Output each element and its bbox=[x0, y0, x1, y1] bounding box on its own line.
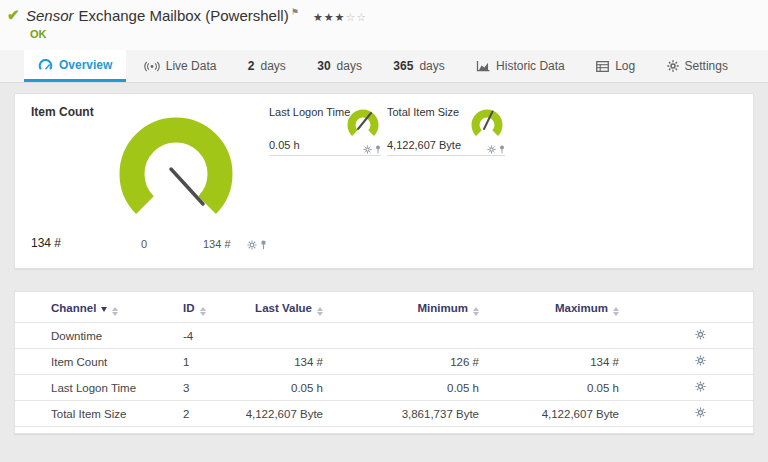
gauge-settings-gear-icon[interactable] bbox=[487, 145, 496, 154]
channel-name: Downtime bbox=[15, 323, 175, 349]
tab-bar: Overview Live Data 2 days 30 days 365 da… bbox=[0, 50, 768, 83]
channel-settings-gear-icon[interactable] bbox=[695, 407, 706, 418]
small-gauge-value: 4,122,607 Byte bbox=[387, 139, 461, 151]
channel-minimum: 126 # bbox=[327, 349, 483, 375]
column-header-id[interactable]: ID bbox=[175, 296, 240, 323]
tab-label: Log bbox=[615, 59, 635, 73]
tab-label: Historic Data bbox=[496, 59, 565, 73]
gauge-icon bbox=[38, 59, 53, 71]
channel-minimum: 0.05 h bbox=[327, 375, 483, 401]
tab-365-days[interactable]: 365 days bbox=[379, 50, 458, 82]
item-count-gauge bbox=[110, 106, 245, 236]
sort-icon bbox=[200, 307, 206, 316]
gauges-panel: Item Count 134 # 0 134 # Last Logon Time… bbox=[14, 93, 754, 269]
main-gauge-scale-min: 0 bbox=[141, 238, 147, 250]
tab-overview[interactable]: Overview bbox=[24, 50, 126, 82]
channel-minimum bbox=[327, 323, 483, 349]
tab-label: days bbox=[419, 59, 444, 73]
small-gauge-value: 0.05 h bbox=[269, 139, 300, 151]
tab-30-days[interactable]: 30 days bbox=[303, 50, 376, 82]
tab-historic-data[interactable]: Historic Data bbox=[462, 50, 579, 82]
stars-filled: ★★★ bbox=[313, 11, 346, 23]
main-gauge-value: 134 # bbox=[31, 236, 61, 250]
main-gauge-title: Item Count bbox=[31, 105, 94, 119]
tab-2-days[interactable]: 2 days bbox=[234, 50, 300, 82]
channel-name: Last Logon Time bbox=[15, 375, 175, 401]
channel-settings-gear-icon[interactable] bbox=[695, 381, 706, 392]
last-logon-time-gauge bbox=[345, 107, 381, 143]
total-item-size-gauge bbox=[469, 107, 505, 143]
table-header-row: Channel ID Last Value Minimum Maximum bbox=[15, 296, 753, 323]
table-row[interactable]: Total Item Size 2 4,122,607 Byte 3,861,7… bbox=[15, 401, 753, 427]
channel-maximum: 0.05 h bbox=[483, 375, 623, 401]
sort-icon bbox=[473, 307, 479, 316]
flag-icon[interactable]: ⚑ bbox=[291, 7, 299, 17]
column-header-minimum[interactable]: Minimum bbox=[327, 296, 483, 323]
small-gauge-last-logon-time: Last Logon Time 0.05 h bbox=[269, 106, 381, 156]
page-title: SensorExchange Mailbox (Powershell)⚑ ★★★… bbox=[26, 7, 758, 24]
channel-id: 1 bbox=[175, 349, 240, 375]
channel-settings-gear-icon[interactable] bbox=[695, 329, 706, 340]
channel-last-value: 134 # bbox=[240, 349, 327, 375]
gauge-pin-icon[interactable] bbox=[499, 145, 505, 154]
channel-name: Item Count bbox=[15, 349, 175, 375]
status-ok-check-icon: ✔ bbox=[7, 6, 20, 24]
table-row[interactable]: Downtime -4 bbox=[15, 323, 753, 349]
channel-name: Total Item Size bbox=[15, 401, 175, 427]
channel-table: Channel ID Last Value Minimum Maximum Do… bbox=[15, 296, 753, 427]
column-header-last-value[interactable]: Last Value bbox=[240, 296, 327, 323]
small-gauge-total-item-size: Total Item Size 4,122,607 Byte bbox=[387, 106, 505, 156]
tab-settings[interactable]: Settings bbox=[653, 50, 742, 82]
gauge-pin-icon[interactable] bbox=[375, 145, 381, 154]
tab-label: days bbox=[337, 59, 362, 73]
gauge-pin-icon[interactable] bbox=[260, 240, 267, 250]
channel-id: -4 bbox=[175, 323, 240, 349]
table-row[interactable]: Item Count 1 134 # 126 # 134 # bbox=[15, 349, 753, 375]
channel-settings-gear-icon[interactable] bbox=[695, 355, 706, 366]
log-icon bbox=[596, 61, 609, 72]
channel-table-panel: Channel ID Last Value Minimum Maximum Do… bbox=[14, 291, 754, 434]
tab-label: days bbox=[261, 59, 286, 73]
sort-icon bbox=[613, 307, 619, 316]
stars-empty: ☆☆ bbox=[345, 11, 367, 23]
tab-number: 30 bbox=[317, 59, 330, 73]
status-badge: OK bbox=[30, 28, 758, 40]
tab-number: 365 bbox=[393, 59, 413, 73]
column-header-channel[interactable]: Channel bbox=[15, 296, 175, 323]
chevron-down-icon bbox=[101, 307, 107, 312]
channel-last-value: 4,122,607 Byte bbox=[240, 401, 327, 427]
tab-label: Live Data bbox=[166, 59, 217, 73]
gauge-settings-gear-icon[interactable] bbox=[247, 240, 257, 250]
historic-data-icon bbox=[476, 61, 490, 72]
sort-icon bbox=[317, 307, 323, 316]
settings-gear-icon bbox=[667, 60, 679, 72]
table-row[interactable]: Last Logon Time 3 0.05 h 0.05 h 0.05 h bbox=[15, 375, 753, 401]
priority-stars[interactable]: ★★★☆☆ bbox=[313, 11, 367, 23]
main-gauge-scale-max: 134 # bbox=[203, 238, 231, 250]
gauge-settings-gear-icon[interactable] bbox=[363, 145, 372, 154]
sensor-title: Exchange Mailbox (Powershell) bbox=[79, 7, 289, 24]
channel-maximum: 4,122,607 Byte bbox=[483, 401, 623, 427]
sort-icon bbox=[112, 307, 118, 316]
channel-id: 3 bbox=[175, 375, 240, 401]
tab-label: Overview bbox=[59, 58, 112, 72]
sensor-type-label: Sensor bbox=[26, 7, 74, 24]
tab-live-data[interactable]: Live Data bbox=[130, 50, 231, 82]
tab-log[interactable]: Log bbox=[582, 50, 649, 82]
channel-maximum: 134 # bbox=[483, 349, 623, 375]
column-header-maximum[interactable]: Maximum bbox=[483, 296, 623, 323]
tab-number: 2 bbox=[248, 59, 255, 73]
channel-maximum bbox=[483, 323, 623, 349]
channel-id: 2 bbox=[175, 401, 240, 427]
channel-last-value: 0.05 h bbox=[240, 375, 327, 401]
content-area: Item Count 134 # 0 134 # Last Logon Time… bbox=[0, 83, 768, 434]
tab-label: Settings bbox=[685, 59, 728, 73]
sensor-header: ✔ SensorExchange Mailbox (Powershell)⚑ ★… bbox=[0, 0, 768, 50]
live-data-icon bbox=[144, 61, 160, 72]
column-header-actions bbox=[623, 296, 753, 323]
channel-last-value bbox=[240, 323, 327, 349]
channel-minimum: 3,861,737 Byte bbox=[327, 401, 483, 427]
